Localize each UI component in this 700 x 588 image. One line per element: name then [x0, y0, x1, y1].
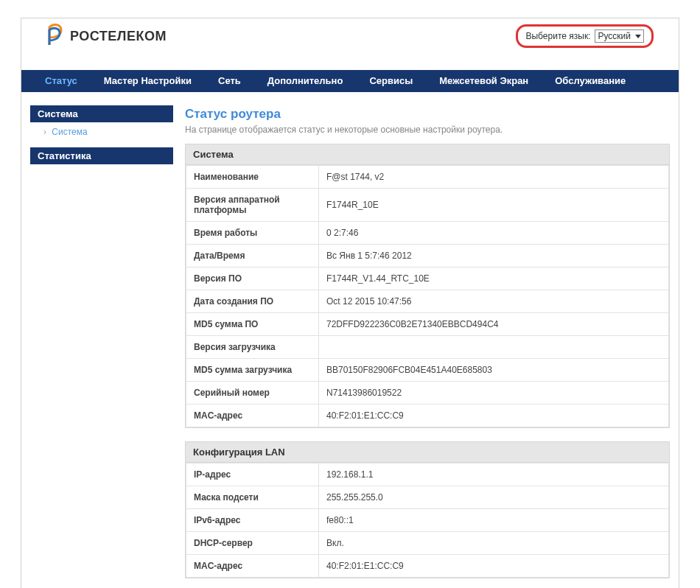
sidebar: Система › Система Статистика	[30, 105, 185, 588]
table-row: MAC-адрес40:F2:01:E1:CC:C9	[186, 405, 669, 427]
row-value: Oct 12 2015 10:47:56	[319, 290, 669, 313]
nav-network[interactable]: Сеть	[205, 70, 254, 92]
language-label: Выберите язык:	[525, 31, 590, 41]
panel-system-header: Система	[186, 144, 669, 165]
table-row: Серийный номерN71413986019522	[186, 382, 669, 405]
row-key: Версия ПО	[186, 267, 319, 290]
row-value: 255.255.255.0	[319, 486, 669, 509]
row-value: Вс Янв 1 5:7:46 2012	[319, 245, 669, 267]
row-value: BB70150F82906FCB04E451A40E685803	[319, 359, 669, 382]
nav-firewall[interactable]: Межсетевой Экран	[426, 70, 542, 92]
row-key: Дата/Время	[186, 245, 319, 267]
chevron-down-icon	[635, 35, 641, 38]
lan-table: IP-адрес192.168.1.1 Маска подсети255.255…	[186, 463, 669, 578]
header: РОСТЕЛЕКОМ Выберите язык: Русский	[21, 18, 679, 70]
row-key: Версия загрузчика	[186, 336, 319, 359]
table-row: Дата/ВремяВс Янв 1 5:7:46 2012	[186, 245, 669, 267]
nav-services[interactable]: Сервисы	[356, 70, 426, 92]
system-table: НаименованиеF@st 1744, v2 Версия аппарат…	[186, 165, 669, 427]
panel-lan-header: Конфигурация LAN	[186, 442, 669, 463]
nav-maintenance[interactable]: Обслуживание	[542, 70, 639, 92]
caret-right-icon: ›	[43, 127, 46, 137]
sidebar-item-system[interactable]: Система	[52, 127, 87, 137]
row-value: 72DFFD922236C0B2E71340EBBCD494C4	[319, 313, 669, 336]
main-nav: Статус Мастер Настройки Сеть Дополнитель…	[21, 70, 679, 92]
table-row: Версия загрузчика	[186, 336, 669, 359]
content: Статус роутера На странице отображается …	[185, 105, 670, 588]
row-key: Дата создания ПО	[186, 290, 319, 313]
row-key: Версия аппаратной платформы	[186, 189, 319, 222]
row-key: Маска подсети	[186, 486, 319, 509]
panel-system: Система НаименованиеF@st 1744, v2 Версия…	[185, 144, 670, 428]
row-value: 40:F2:01:E1:CC:C9	[319, 555, 669, 578]
sidebar-group-system[interactable]: Система	[30, 105, 173, 122]
row-key: MD5 сумма загрузчика	[186, 359, 319, 382]
table-row: Версия ПОF1744R_V1.44_RTC_10E	[186, 267, 669, 290]
row-value: 192.168.1.1	[319, 463, 669, 486]
nav-status[interactable]: Статус	[32, 70, 91, 92]
table-row: MD5 сумма ПО72DFFD922236C0B2E71340EBBCD4…	[186, 313, 669, 336]
nav-advanced[interactable]: Дополнительно	[254, 70, 357, 92]
language-select[interactable]: Русский	[595, 29, 644, 43]
row-key: DHCP-сервер	[186, 532, 319, 555]
sidebar-group-statistics[interactable]: Статистика	[30, 147, 173, 164]
row-key: Время работы	[186, 222, 319, 245]
table-row: DHCP-серверВкл.	[186, 532, 669, 555]
row-value: F1744R_V1.44_RTC_10E	[319, 267, 669, 290]
row-key: MAC-адрес	[186, 405, 319, 427]
row-value: F1744R_10E	[319, 189, 669, 222]
table-row: Время работы0 2:7:46	[186, 222, 669, 245]
table-row: IPv6-адресfe80::1	[186, 509, 669, 532]
nav-setup-wizard[interactable]: Мастер Настройки	[91, 70, 205, 92]
row-value: 40:F2:01:E1:CC:C9	[319, 405, 669, 427]
brand-logo-icon	[46, 23, 64, 50]
row-key: MAC-адрес	[186, 555, 319, 578]
row-key: IP-адрес	[186, 463, 319, 486]
language-selector-area: Выберите язык: Русский	[516, 24, 654, 48]
row-key: MD5 сумма ПО	[186, 313, 319, 336]
table-row: MAC-адрес40:F2:01:E1:CC:C9	[186, 555, 669, 578]
brand-name: РОСТЕЛЕКОМ	[70, 29, 167, 44]
table-row: IP-адрес192.168.1.1	[186, 463, 669, 486]
table-row: Версия аппаратной платформыF1744R_10E	[186, 189, 669, 222]
panel-lan: Конфигурация LAN IP-адрес192.168.1.1 Мас…	[185, 441, 670, 578]
page-description: На странице отображается статус и некото…	[185, 125, 670, 135]
table-row: НаименованиеF@st 1744, v2	[186, 166, 669, 189]
row-key: Наименование	[186, 166, 319, 189]
language-select-value: Русский	[598, 31, 631, 41]
row-value: N71413986019522	[319, 382, 669, 405]
row-value	[319, 336, 669, 359]
page-title: Статус роутера	[185, 107, 670, 122]
table-row: MD5 сумма загрузчикаBB70150F82906FCB04E4…	[186, 359, 669, 382]
row-value: fe80::1	[319, 509, 669, 532]
row-value: F@st 1744, v2	[319, 166, 669, 189]
table-row: Дата создания ПОOct 12 2015 10:47:56	[186, 290, 669, 313]
row-value: Вкл.	[319, 532, 669, 555]
row-value: 0 2:7:46	[319, 222, 669, 245]
row-key: Серийный номер	[186, 382, 319, 405]
row-key: IPv6-адрес	[186, 509, 319, 532]
table-row: Маска подсети255.255.255.0	[186, 486, 669, 509]
